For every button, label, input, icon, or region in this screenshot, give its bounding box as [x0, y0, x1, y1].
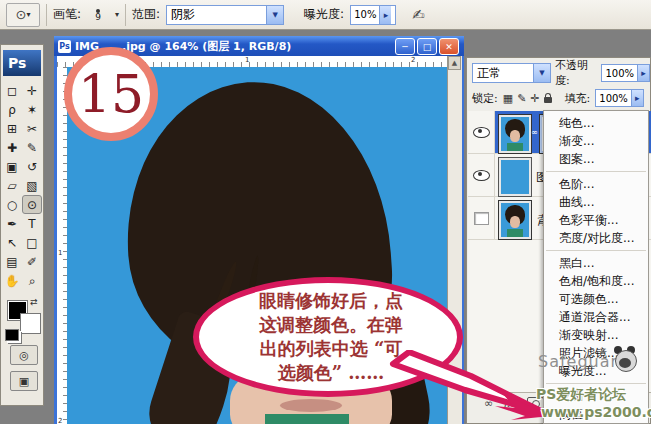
ruler-mark: 2 — [411, 56, 415, 64]
scroll-up-icon[interactable]: ▲ — [448, 56, 461, 70]
exposure-spinner-icon[interactable] — [379, 6, 391, 24]
menu-item-color-balance[interactable]: 色彩平衡... — [544, 211, 648, 229]
healing-brush-icon: ✚ — [7, 141, 17, 155]
shape-icon: □ — [26, 236, 37, 250]
brush-preview[interactable]: 9 — [87, 4, 109, 26]
lock-paint-icon[interactable]: ✎ — [517, 92, 526, 105]
blend-mode-value: 正常 — [477, 65, 501, 82]
lock-all-icon[interactable] — [544, 97, 552, 103]
opacity-spinner-icon[interactable] — [637, 65, 649, 81]
combo-arrow-icon[interactable] — [533, 64, 550, 82]
minimize-button[interactable]: ─ — [395, 38, 415, 55]
airbrush-toggle-icon[interactable]: ✍ — [412, 6, 425, 24]
zoom-tool[interactable]: ⌕ — [22, 271, 42, 290]
shape-tool[interactable]: □ — [22, 233, 42, 252]
adjustment-layer-menu: 纯色... 渐变... 图案... 色阶... 曲线... 色彩平衡... 亮度… — [543, 110, 649, 424]
dodge-tool-preset-button[interactable]: ⊙▾ — [6, 3, 40, 27]
notes-tool[interactable]: ▤ — [2, 252, 22, 271]
screen-mode-button[interactable]: ▣ — [10, 371, 38, 391]
url-watermark: www.ps2000.cn — [541, 404, 651, 420]
background-thumbnail[interactable] — [499, 201, 531, 239]
lock-row: 锁定: ▦ ✎ ✛ 填充: 100% — [467, 88, 650, 108]
menu-item-pattern[interactable]: 图案... — [544, 150, 648, 168]
menu-item-brightness-contrast[interactable]: 亮度/对比度... — [544, 229, 648, 247]
clone-stamp-tool[interactable]: ▣ — [2, 157, 22, 176]
gradient-icon: ▧ — [26, 179, 37, 193]
ruler-mark: 1 — [245, 56, 249, 64]
divider — [46, 4, 47, 26]
menu-item-solid-color[interactable]: 纯色... — [544, 114, 648, 132]
layer1-thumbnail[interactable] — [499, 115, 531, 153]
hand-icon: ✋ — [5, 274, 20, 288]
quick-mask-button[interactable]: ◎ — [10, 345, 38, 365]
slice-tool[interactable]: ✂ — [22, 119, 42, 138]
default-colors-icon[interactable] — [5, 329, 19, 341]
menu-item-black-white[interactable]: 黑白... — [544, 254, 648, 272]
speech-bubble-text: 眼睛修饰好后，点 这调整颜色。在弹 出的列表中选 “可 选颜色” …… — [208, 289, 454, 385]
background-color-swatch[interactable] — [20, 313, 41, 334]
blend-mode-select[interactable]: 正常 — [472, 63, 551, 83]
crop-tool[interactable]: ⊞ — [2, 119, 22, 138]
menu-item-levels[interactable]: 色阶... — [544, 175, 648, 193]
type-icon: T — [28, 217, 35, 231]
zoom-icon: ⌕ — [29, 274, 36, 288]
photo-mouth — [280, 399, 342, 412]
eraser-tool[interactable]: ▱ — [2, 176, 22, 195]
path-selection-tool[interactable]: ↖ — [2, 233, 22, 252]
photo-collar — [265, 414, 349, 424]
fill-value: 100% — [599, 93, 628, 104]
menu-item-gradient[interactable]: 渐变... — [544, 132, 648, 150]
ruler-mark: 1 — [58, 249, 62, 257]
range-select[interactable]: 阴影 — [166, 5, 284, 25]
photoshop-window: ⊙▾ 画笔: 9 ▾ 范围: 阴影 曝光度: 10% ✍ Ps ◻ ✛ ρ ✶ … — [0, 0, 651, 424]
lock-position-icon[interactable]: ✛ — [530, 92, 539, 105]
dodge-icon: ⊙ — [27, 198, 37, 212]
menu-separator — [546, 383, 646, 384]
screen-mode-icon: ▣ — [19, 375, 29, 388]
hand-tool[interactable]: ✋ — [2, 271, 22, 290]
crop-icon: ⊞ — [7, 122, 17, 136]
lock-transparency-icon[interactable]: ▦ — [503, 92, 513, 105]
fill-input[interactable]: 100% — [595, 89, 644, 107]
menu-item-curves[interactable]: 曲线... — [544, 193, 648, 211]
blur-tool[interactable]: ○ — [2, 195, 22, 214]
move-icon: ✛ — [27, 84, 37, 98]
visibility-toggle[interactable] — [468, 154, 495, 196]
magic-wand-tool[interactable]: ✶ — [22, 100, 42, 119]
gradient-tool[interactable]: ▧ — [22, 176, 42, 195]
swap-colors-icon[interactable]: ⇄ — [30, 297, 38, 307]
brush-label: 画笔: — [53, 6, 81, 23]
eye-icon — [473, 127, 490, 138]
eyedropper-tool[interactable]: ✐ — [22, 252, 42, 271]
dodge-tool-selected[interactable]: ⊙ — [22, 195, 42, 214]
healing-brush-tool[interactable]: ✚ — [2, 138, 22, 157]
visibility-toggle[interactable] — [468, 111, 495, 153]
menu-item-channel-mixer[interactable]: 通道混合器... — [544, 308, 648, 326]
menu-item-hue-saturation[interactable]: 色相/饱和度... — [544, 272, 648, 290]
opacity-input[interactable]: 100% — [601, 64, 650, 82]
lasso-tool[interactable]: ρ — [2, 100, 22, 119]
history-brush-tool[interactable]: ↺ — [22, 157, 42, 176]
pen-tool[interactable]: ✒ — [2, 214, 22, 233]
rect-marquee-tool[interactable]: ◻ — [2, 81, 22, 100]
move-tool[interactable]: ✛ — [22, 81, 42, 100]
eyedropper-icon: ✐ — [27, 255, 37, 269]
brush-tool[interactable]: ✎ — [22, 138, 42, 157]
eraser-icon: ▱ — [7, 179, 16, 193]
mask-link-icon[interactable]: ∞ — [531, 128, 538, 137]
range-label: 范围: — [132, 6, 160, 23]
layer2-thumbnail[interactable] — [499, 158, 531, 196]
close-button[interactable]: ✕ — [439, 38, 459, 55]
bubble-line: 出的列表中选 “可 — [208, 337, 454, 361]
range-value: 阴影 — [171, 6, 195, 23]
menu-item-selective-color[interactable]: 可选颜色... — [544, 290, 648, 308]
type-tool[interactable]: T — [22, 214, 42, 233]
visibility-toggle[interactable] — [468, 197, 495, 239]
exposure-input[interactable]: 10% — [350, 5, 396, 25]
chevron-down-icon: ▾ — [26, 10, 30, 19]
maximize-button[interactable]: □ — [417, 38, 437, 55]
fill-spinner-icon[interactable] — [631, 90, 643, 106]
brush-dropdown-arrow-icon[interactable]: ▾ — [115, 10, 119, 19]
combo-arrow-icon[interactable] — [266, 6, 283, 24]
step-badge: 15 — [64, 47, 158, 141]
